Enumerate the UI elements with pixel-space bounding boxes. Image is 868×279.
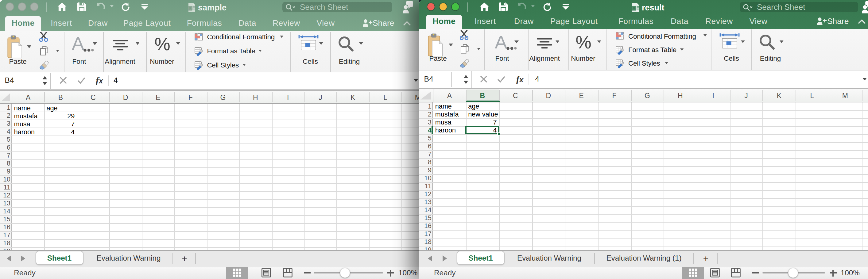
- svg-text:X: X: [632, 6, 636, 11]
- svg-text:X: X: [189, 6, 191, 11]
